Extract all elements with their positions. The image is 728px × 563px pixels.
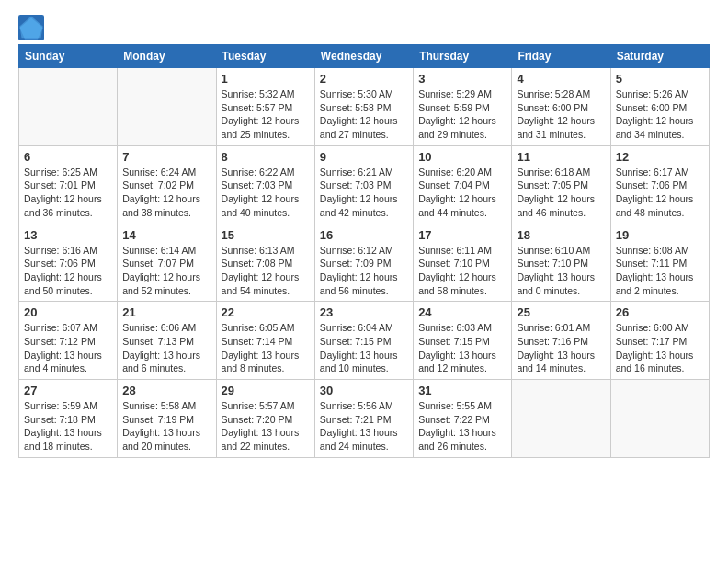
col-header-monday: Monday	[118, 45, 216, 68]
day-info: Sunrise: 6:11 AM Sunset: 7:10 PM Dayligh…	[418, 244, 506, 298]
day-info: Sunrise: 6:17 AM Sunset: 7:06 PM Dayligh…	[616, 166, 704, 220]
day-number: 5	[616, 72, 704, 86]
day-number: 21	[122, 305, 210, 319]
day-info: Sunrise: 6:20 AM Sunset: 7:04 PM Dayligh…	[418, 166, 506, 220]
calendar-cell	[512, 380, 610, 458]
day-info: Sunrise: 5:32 AM Sunset: 5:57 PM Dayligh…	[222, 87, 310, 142]
col-header-saturday: Saturday	[610, 45, 709, 68]
day-number: 19	[616, 228, 704, 242]
day-info: Sunrise: 6:07 AM Sunset: 7:12 PM Dayligh…	[24, 321, 112, 375]
day-info: Sunrise: 5:56 AM Sunset: 7:21 PM Dayligh…	[320, 399, 408, 454]
day-info: Sunrise: 6:16 AM Sunset: 7:06 PM Dayligh…	[24, 244, 112, 298]
day-info: Sunrise: 5:29 AM Sunset: 5:59 PM Dayligh…	[418, 87, 506, 142]
calendar-cell: 16Sunrise: 6:12 AM Sunset: 7:09 PM Dayli…	[314, 224, 413, 302]
day-info: Sunrise: 5:28 AM Sunset: 6:00 PM Dayligh…	[517, 87, 605, 142]
logo-icon	[18, 15, 44, 40]
day-number: 11	[517, 150, 605, 164]
day-info: Sunrise: 6:21 AM Sunset: 7:03 PM Dayligh…	[320, 166, 408, 220]
day-info: Sunrise: 6:05 AM Sunset: 7:14 PM Dayligh…	[222, 321, 310, 375]
day-info: Sunrise: 6:22 AM Sunset: 7:03 PM Dayligh…	[222, 166, 310, 220]
col-header-wednesday: Wednesday	[314, 45, 413, 68]
calendar-cell: 18Sunrise: 6:10 AM Sunset: 7:10 PM Dayli…	[512, 224, 610, 302]
day-number: 13	[24, 228, 112, 242]
day-number: 25	[517, 305, 605, 319]
day-number: 8	[222, 150, 310, 164]
day-number: 23	[320, 305, 408, 319]
calendar-cell: 3Sunrise: 5:29 AM Sunset: 5:59 PM Daylig…	[414, 68, 512, 146]
day-info: Sunrise: 6:08 AM Sunset: 7:11 PM Dayligh…	[616, 244, 704, 298]
col-header-friday: Friday	[512, 45, 610, 68]
day-number: 4	[517, 72, 605, 86]
day-number: 9	[320, 150, 408, 164]
day-info: Sunrise: 6:18 AM Sunset: 7:05 PM Dayligh…	[517, 166, 605, 220]
logo	[18, 15, 48, 40]
day-number: 20	[24, 305, 112, 319]
calendar-cell: 21Sunrise: 6:06 AM Sunset: 7:13 PM Dayli…	[118, 302, 216, 380]
day-number: 30	[320, 384, 408, 397]
day-info: Sunrise: 5:59 AM Sunset: 7:18 PM Dayligh…	[24, 399, 112, 454]
calendar-cell: 19Sunrise: 6:08 AM Sunset: 7:11 PM Dayli…	[610, 224, 709, 302]
col-header-tuesday: Tuesday	[216, 45, 314, 68]
calendar-cell: 1Sunrise: 5:32 AM Sunset: 5:57 PM Daylig…	[216, 68, 314, 146]
day-number: 26	[616, 305, 704, 319]
day-number: 7	[122, 150, 210, 164]
day-number: 22	[222, 305, 310, 319]
calendar-header-row: SundayMondayTuesdayWednesdayThursdayFrid…	[19, 45, 710, 68]
day-number: 12	[616, 150, 704, 164]
day-info: Sunrise: 6:12 AM Sunset: 7:09 PM Dayligh…	[320, 244, 408, 298]
calendar-cell: 28Sunrise: 5:58 AM Sunset: 7:19 PM Dayli…	[118, 380, 216, 458]
day-info: Sunrise: 5:30 AM Sunset: 5:58 PM Dayligh…	[320, 87, 408, 142]
calendar-week-row: 13Sunrise: 6:16 AM Sunset: 7:06 PM Dayli…	[19, 224, 710, 302]
calendar-cell: 12Sunrise: 6:17 AM Sunset: 7:06 PM Dayli…	[610, 145, 709, 224]
calendar-cell: 15Sunrise: 6:13 AM Sunset: 7:08 PM Dayli…	[216, 224, 314, 302]
calendar-cell: 10Sunrise: 6:20 AM Sunset: 7:04 PM Dayli…	[414, 145, 512, 224]
day-number: 17	[418, 228, 506, 242]
page-header	[18, 15, 710, 40]
col-header-sunday: Sunday	[19, 45, 118, 68]
day-info: Sunrise: 6:10 AM Sunset: 7:10 PM Dayligh…	[517, 244, 605, 298]
calendar-cell	[610, 380, 709, 458]
day-info: Sunrise: 5:57 AM Sunset: 7:20 PM Dayligh…	[222, 399, 310, 454]
calendar-cell: 2Sunrise: 5:30 AM Sunset: 5:58 PM Daylig…	[314, 68, 413, 146]
day-number: 24	[418, 305, 506, 319]
day-info: Sunrise: 5:55 AM Sunset: 7:22 PM Dayligh…	[418, 399, 506, 454]
calendar-cell: 4Sunrise: 5:28 AM Sunset: 6:00 PM Daylig…	[512, 68, 610, 146]
calendar-cell	[19, 68, 118, 146]
day-number: 27	[24, 384, 112, 397]
calendar-cell: 11Sunrise: 6:18 AM Sunset: 7:05 PM Dayli…	[512, 145, 610, 224]
day-info: Sunrise: 6:06 AM Sunset: 7:13 PM Dayligh…	[122, 321, 210, 375]
day-info: Sunrise: 6:04 AM Sunset: 7:15 PM Dayligh…	[320, 321, 408, 375]
calendar-cell: 26Sunrise: 6:00 AM Sunset: 7:17 PM Dayli…	[610, 302, 709, 380]
day-info: Sunrise: 6:01 AM Sunset: 7:16 PM Dayligh…	[517, 321, 605, 375]
day-number: 28	[122, 384, 210, 397]
calendar-cell: 24Sunrise: 6:03 AM Sunset: 7:15 PM Dayli…	[414, 302, 512, 380]
calendar-cell: 8Sunrise: 6:22 AM Sunset: 7:03 PM Daylig…	[216, 145, 314, 224]
calendar-cell: 7Sunrise: 6:24 AM Sunset: 7:02 PM Daylig…	[118, 145, 216, 224]
calendar-week-row: 27Sunrise: 5:59 AM Sunset: 7:18 PM Dayli…	[19, 380, 710, 458]
calendar-cell	[118, 68, 216, 146]
calendar-cell: 25Sunrise: 6:01 AM Sunset: 7:16 PM Dayli…	[512, 302, 610, 380]
calendar-cell: 9Sunrise: 6:21 AM Sunset: 7:03 PM Daylig…	[314, 145, 413, 224]
day-number: 14	[122, 228, 210, 242]
day-number: 3	[418, 72, 506, 86]
calendar-week-row: 20Sunrise: 6:07 AM Sunset: 7:12 PM Dayli…	[19, 302, 710, 380]
day-info: Sunrise: 6:25 AM Sunset: 7:01 PM Dayligh…	[24, 166, 112, 220]
day-number: 6	[24, 150, 112, 164]
day-info: Sunrise: 6:24 AM Sunset: 7:02 PM Dayligh…	[122, 166, 210, 220]
calendar-cell: 23Sunrise: 6:04 AM Sunset: 7:15 PM Dayli…	[314, 302, 413, 380]
calendar-week-row: 6Sunrise: 6:25 AM Sunset: 7:01 PM Daylig…	[19, 145, 710, 224]
calendar-cell: 20Sunrise: 6:07 AM Sunset: 7:12 PM Dayli…	[19, 302, 118, 380]
day-number: 10	[418, 150, 506, 164]
day-number: 2	[320, 72, 408, 86]
calendar-cell: 5Sunrise: 5:26 AM Sunset: 6:00 PM Daylig…	[610, 68, 709, 146]
calendar-cell: 6Sunrise: 6:25 AM Sunset: 7:01 PM Daylig…	[19, 145, 118, 224]
day-info: Sunrise: 5:26 AM Sunset: 6:00 PM Dayligh…	[616, 87, 704, 142]
day-number: 18	[517, 228, 605, 242]
day-info: Sunrise: 6:00 AM Sunset: 7:17 PM Dayligh…	[616, 321, 704, 375]
calendar-cell: 27Sunrise: 5:59 AM Sunset: 7:18 PM Dayli…	[19, 380, 118, 458]
calendar-week-row: 1Sunrise: 5:32 AM Sunset: 5:57 PM Daylig…	[19, 68, 710, 146]
calendar-cell: 29Sunrise: 5:57 AM Sunset: 7:20 PM Dayli…	[216, 380, 314, 458]
calendar-cell: 31Sunrise: 5:55 AM Sunset: 7:22 PM Dayli…	[414, 380, 512, 458]
day-number: 31	[418, 384, 506, 397]
day-info: Sunrise: 6:03 AM Sunset: 7:15 PM Dayligh…	[418, 321, 506, 375]
